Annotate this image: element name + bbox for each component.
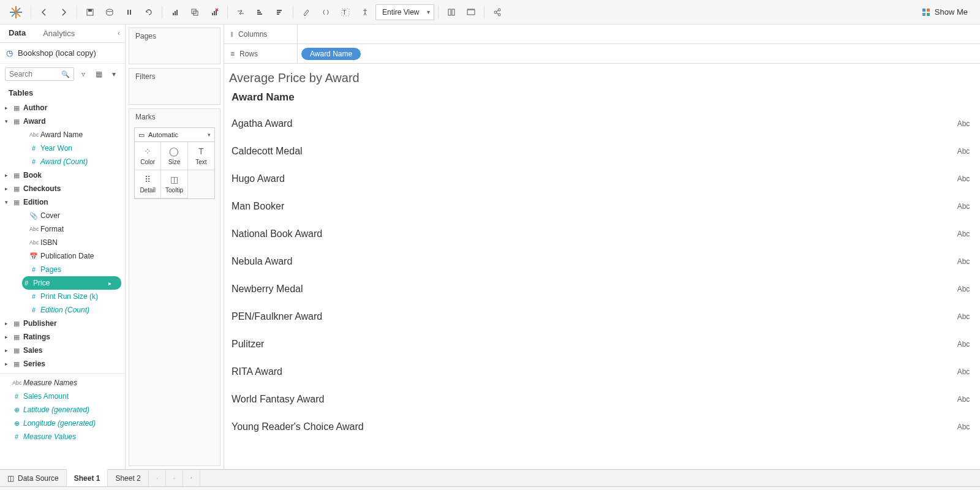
tab-data[interactable]: Data	[0, 24, 34, 42]
show-me-button[interactable]: Show Me	[914, 7, 975, 17]
tooltip-shelf[interactable]: ◫Tooltip	[161, 170, 187, 198]
field-measure-values[interactable]: #Measure Values	[0, 430, 125, 443]
clear-sheet-button[interactable]	[205, 4, 224, 21]
tab-analytics[interactable]: Analytics	[34, 24, 83, 42]
collapse-pane-icon[interactable]: ‹	[118, 29, 120, 37]
field-print-run-size-k-[interactable]: #Print Run Size (k)	[0, 290, 125, 303]
svg-rect-5	[88, 9, 92, 12]
field-publisher[interactable]: ▸▦Publisher	[0, 317, 125, 330]
field-series[interactable]: ▸▦Series	[0, 357, 125, 371]
field-cover[interactable]: 📎Cover	[0, 209, 125, 222]
field-ratings[interactable]: ▸▦Ratings	[0, 330, 125, 344]
filter-fields-icon[interactable]: ▿	[77, 68, 89, 80]
field-author[interactable]: ▸▦Author	[0, 101, 125, 115]
viz-title[interactable]: Average Price by Award	[229, 70, 980, 89]
swap-button[interactable]	[232, 4, 250, 21]
sort-asc-button[interactable]	[251, 4, 270, 21]
fit-select[interactable]: Entire View	[375, 4, 434, 20]
show-cards-button[interactable]	[442, 4, 461, 21]
columns-shelf[interactable]: ⦀Columns	[224, 24, 980, 44]
field-edition-count-[interactable]: #Edition (Count)	[0, 303, 125, 317]
datasource-row[interactable]: ◷ Bookshop (local copy)	[0, 43, 125, 64]
columns-label: Columns	[238, 30, 267, 39]
field-award-count-[interactable]: #Award (Count)	[0, 155, 125, 168]
viz-row[interactable]: Newberry MedalAbc	[229, 275, 980, 303]
back-button[interactable]	[35, 4, 53, 21]
svg-rect-9	[173, 13, 174, 15]
svg-rect-21	[257, 13, 262, 15]
pill-award-name[interactable]: Award Name	[301, 48, 361, 60]
shelves-column: Pages Filters Marks ▭ Automatic ⁘Color ◯…	[126, 24, 224, 469]
svg-line-35	[497, 13, 499, 14]
svg-rect-7	[127, 10, 129, 15]
field-checkouts[interactable]: ▸▦Checkouts	[0, 182, 125, 195]
field-award[interactable]: ▾▦Award	[0, 115, 125, 128]
dropdown-icon[interactable]: ▾	[108, 68, 120, 80]
viz-row[interactable]: Man BookerAbc	[229, 192, 980, 220]
color-shelf[interactable]: ⁘Color	[135, 142, 161, 170]
filters-shelf[interactable]: Filters	[129, 68, 221, 105]
row-header: Hugo Award	[229, 173, 956, 184]
rows-shelf[interactable]: ≡Rows Award Name	[224, 44, 980, 64]
pages-shelf[interactable]: Pages	[129, 28, 221, 64]
presentation-button[interactable]	[462, 4, 480, 21]
save-button[interactable]	[81, 4, 99, 21]
columns-icon: ⦀	[230, 30, 233, 39]
tab-sheet-1[interactable]: Sheet 1	[67, 469, 108, 486]
viz-row[interactable]: Hugo AwardAbc	[229, 165, 980, 192]
viz-row[interactable]: PulitzerAbc	[229, 330, 980, 358]
view-data-icon[interactable]: ▦	[92, 68, 105, 80]
field-year-won[interactable]: #Year Won	[0, 141, 125, 155]
svg-rect-27	[448, 9, 451, 15]
pause-button[interactable]	[120, 4, 138, 21]
field-award-name[interactable]: AbcAward Name	[0, 128, 125, 141]
viz-row[interactable]: Caldecott MedalAbc	[229, 137, 980, 165]
field-publication-date[interactable]: 📅Publication Date	[0, 249, 125, 263]
viz-row[interactable]: PEN/Faulkner AwardAbc	[229, 303, 980, 330]
field-isbn[interactable]: AbcISBN	[0, 236, 125, 249]
group-button[interactable]	[317, 4, 335, 21]
mark-type-select[interactable]: ▭ Automatic	[134, 127, 215, 142]
forward-button[interactable]	[55, 4, 73, 21]
tab-sheet-2[interactable]: Sheet 2	[108, 470, 148, 486]
viz-row[interactable]: National Book AwardAbc	[229, 220, 980, 247]
new-story-button[interactable]	[183, 470, 200, 486]
row-value-placeholder: Abc	[956, 340, 980, 349]
sort-desc-button[interactable]	[271, 4, 289, 21]
svg-rect-20	[257, 12, 261, 13]
field-latitude-generated-[interactable]: ⊕Latitude (generated)	[0, 403, 125, 417]
new-datasource-button[interactable]	[100, 4, 119, 21]
size-shelf[interactable]: ◯Size	[161, 142, 187, 170]
refresh-button[interactable]	[140, 4, 158, 21]
new-dashboard-button[interactable]	[166, 470, 183, 486]
text-shelf[interactable]: TText	[188, 142, 214, 170]
text-tool-button[interactable]: T	[336, 4, 355, 21]
svg-rect-39	[927, 13, 930, 16]
share-button[interactable]	[488, 4, 507, 21]
svg-rect-36	[922, 9, 925, 12]
field-format[interactable]: AbcFormat	[0, 222, 125, 236]
viz-row[interactable]: Young Reader's Choice AwardAbc	[229, 413, 980, 440]
field-edition[interactable]: ▾▦Edition	[0, 195, 125, 209]
field-measure-names[interactable]: AbcMeasure Names	[0, 376, 125, 390]
pin-button[interactable]	[356, 4, 374, 21]
field-book[interactable]: ▸▦Book	[0, 168, 125, 182]
search-input[interactable]: 🔍	[5, 67, 74, 81]
viz-row[interactable]: Agatha AwardAbc	[229, 110, 980, 137]
viz-row[interactable]: RITA AwardAbc	[229, 358, 980, 385]
duplicate-sheet-button[interactable]	[186, 4, 204, 21]
tab-data-source[interactable]: ◫Data Source	[0, 470, 67, 486]
field-sales-amount[interactable]: #Sales Amount	[0, 390, 125, 403]
field-price[interactable]: #Price	[22, 276, 121, 290]
new-sheet-button[interactable]	[149, 470, 166, 486]
field-sales[interactable]: ▸▦Sales	[0, 344, 125, 357]
detail-shelf[interactable]: ⠿Detail	[135, 170, 161, 198]
svg-rect-37	[927, 9, 930, 12]
new-worksheet-button[interactable]	[166, 4, 184, 21]
fields-tree: ▸▦Author▾▦AwardAbcAward Name#Year Won#Aw…	[0, 101, 125, 469]
field-longitude-generated-[interactable]: ⊕Longitude (generated)	[0, 417, 125, 430]
viz-row[interactable]: Nebula AwardAbc	[229, 247, 980, 275]
highlight-button[interactable]	[297, 4, 315, 21]
viz-row[interactable]: World Fantasy AwardAbc	[229, 385, 980, 413]
field-pages[interactable]: #Pages	[0, 263, 125, 276]
